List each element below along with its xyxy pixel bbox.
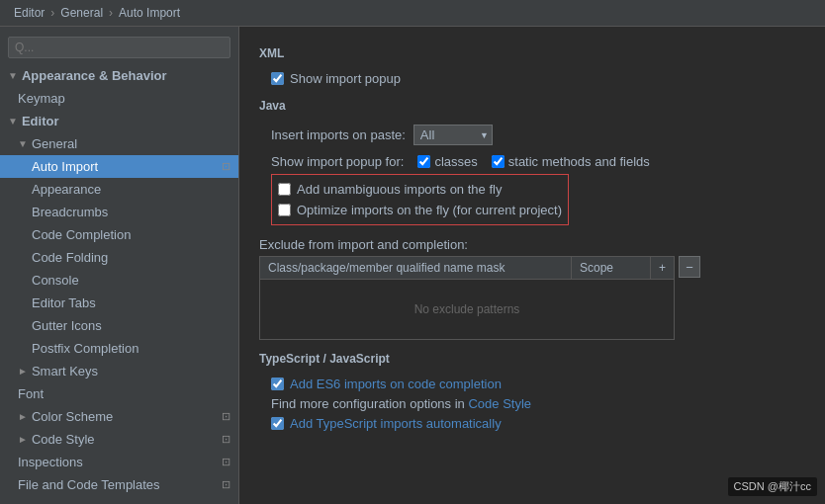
ts-add-es6-checkbox[interactable] xyxy=(271,378,284,390)
settings-icon: ⊡ xyxy=(222,433,230,446)
exclude-side-buttons: − xyxy=(679,256,700,278)
sidebar-item-console[interactable]: Console xyxy=(0,269,238,292)
insert-imports-label: Insert imports on paste: xyxy=(271,127,406,142)
sidebar-search-container xyxy=(0,31,238,64)
add-unambiguous-checkbox[interactable] xyxy=(278,183,291,196)
sidebar-label: Breadcrumbs xyxy=(32,205,108,219)
sidebar-label: General xyxy=(32,136,77,151)
arrow-icon: ► xyxy=(18,366,28,377)
find-more-text: Find more configuration options in xyxy=(271,396,468,411)
xml-show-popup-row: Show import popup xyxy=(259,68,805,89)
sidebar-label: Code Folding xyxy=(32,250,108,265)
xml-show-import-popup-label[interactable]: Show import popup xyxy=(290,71,401,86)
ts-add-es6-label[interactable]: Add ES6 imports on code completion xyxy=(290,377,502,391)
sidebar-label: Auto Import xyxy=(32,159,98,174)
code-style-link[interactable]: Code Style xyxy=(468,396,531,411)
sidebar-item-gutter-icons[interactable]: Gutter Icons xyxy=(0,314,238,337)
show-popup-label: Show import popup for: xyxy=(271,154,404,169)
arrow-icon: ► xyxy=(18,434,28,445)
sidebar-item-code-style[interactable]: ► Code Style ⊡ xyxy=(0,428,238,451)
settings-icon: ⊡ xyxy=(222,160,230,173)
sidebar-label: Console xyxy=(32,273,79,288)
sidebar-label: File and Code Templates xyxy=(18,477,160,492)
sidebar-item-editor-tabs[interactable]: Editor Tabs xyxy=(0,292,238,314)
sidebar-label: Editor xyxy=(22,114,59,128)
red-border-box: Add unambiguous imports on the fly Optim… xyxy=(271,174,569,225)
add-pattern-button[interactable]: − xyxy=(679,256,700,278)
exclude-label: Exclude from import and completion: xyxy=(259,237,805,252)
arrow-icon: ▼ xyxy=(8,116,18,126)
show-popup-for-row: Show import popup for: classes static me… xyxy=(259,151,805,172)
main-content: XML Show import popup Java Insert import… xyxy=(239,27,825,504)
exclude-table: Class/package/member qualified name mask… xyxy=(259,256,675,340)
sidebar: ▼ Appearance & Behavior Keymap ▼ Editor … xyxy=(0,27,239,504)
exclude-table-header: Class/package/member qualified name mask… xyxy=(260,257,674,280)
sidebar-label: Code Style xyxy=(32,432,95,447)
sidebar-label: Font xyxy=(18,386,44,401)
insert-imports-row: Insert imports on paste: All Ask None xyxy=(259,121,805,149)
sidebar-item-keymap[interactable]: Keymap xyxy=(0,87,238,110)
sidebar-item-breadcrumbs[interactable]: Breadcrumbs xyxy=(0,201,238,223)
sidebar-label: Code Completion xyxy=(32,227,131,242)
classes-label: classes xyxy=(434,154,477,169)
arrow-icon: ▼ xyxy=(8,70,18,81)
sidebar-item-file-code-templates[interactable]: File and Code Templates ⊡ xyxy=(0,473,238,496)
sidebar-item-appearance-behavior[interactable]: ▼ Appearance & Behavior xyxy=(0,64,238,87)
exclude-col-name-header: Class/package/member qualified name mask xyxy=(260,257,571,279)
sidebar-label: Smart Keys xyxy=(32,364,98,378)
sidebar-label: Gutter Icons xyxy=(32,318,102,333)
optimize-imports-checkbox[interactable] xyxy=(278,204,291,216)
breadcrumb-bar: Editor › General › Auto Import xyxy=(0,0,825,27)
sidebar-label: Appearance xyxy=(32,182,101,197)
breadcrumb-part3: Auto Import xyxy=(119,6,180,20)
exclude-col-scope-header: Scope xyxy=(571,257,650,279)
sidebar-item-font[interactable]: Font xyxy=(0,382,238,405)
add-unambiguous-row: Add unambiguous imports on the fly xyxy=(278,179,562,200)
settings-icon: ⊡ xyxy=(222,456,230,468)
sidebar-label: Inspections xyxy=(18,455,83,469)
classes-checkbox-label[interactable]: classes xyxy=(417,154,477,169)
sidebar-item-code-folding[interactable]: Code Folding xyxy=(0,246,238,269)
sidebar-label: Editor Tabs xyxy=(32,295,96,310)
ts-section: TypeScript / JavaScript Add ES6 imports … xyxy=(259,352,805,434)
sidebar-item-auto-import[interactable]: Auto Import ⊡ xyxy=(0,155,238,178)
breadcrumb-sep2: › xyxy=(109,6,113,20)
sidebar-label: Keymap xyxy=(18,91,65,106)
add-exclude-button[interactable]: + xyxy=(650,257,674,279)
sidebar-item-code-completion[interactable]: Code Completion xyxy=(0,223,238,246)
sidebar-item-postfix-completion[interactable]: Postfix Completion xyxy=(0,337,238,360)
sidebar-item-color-scheme[interactable]: ► Color Scheme ⊡ xyxy=(0,405,238,428)
sidebar-label: Postfix Completion xyxy=(32,341,138,356)
optimize-imports-row: Optimize imports on the fly (for current… xyxy=(278,200,562,220)
xml-section-label: XML xyxy=(259,46,805,60)
sidebar-item-inspections[interactable]: Inspections ⊡ xyxy=(0,451,238,473)
breadcrumb-sep1: › xyxy=(50,6,54,20)
breadcrumb-part2: General xyxy=(60,6,103,20)
sidebar-item-general[interactable]: ▼ General xyxy=(0,132,238,155)
sidebar-item-editor[interactable]: ▼ Editor xyxy=(0,110,238,132)
settings-icon: ⊡ xyxy=(222,410,230,423)
static-methods-checkbox-label[interactable]: static methods and fields xyxy=(492,154,650,169)
exclude-table-body: No exclude patterns xyxy=(260,280,674,339)
ts-add-ts-checkbox[interactable] xyxy=(271,417,284,430)
sidebar-item-appearance[interactable]: Appearance xyxy=(0,178,238,201)
no-patterns-label: No exclude patterns xyxy=(414,302,520,316)
breadcrumb-part1: Editor xyxy=(14,6,45,20)
ts-add-ts-label[interactable]: Add TypeScript imports automatically xyxy=(290,416,502,431)
arrow-icon: ▼ xyxy=(18,138,28,149)
xml-show-import-popup-checkbox[interactable] xyxy=(271,72,284,85)
search-input[interactable] xyxy=(8,37,230,58)
java-section-label: Java xyxy=(259,99,805,113)
static-methods-checkbox[interactable] xyxy=(492,155,504,168)
settings-icon: ⊡ xyxy=(222,478,230,491)
insert-imports-select-wrapper: All Ask None xyxy=(413,125,493,145)
classes-checkbox[interactable] xyxy=(417,155,430,168)
optimize-imports-label[interactable]: Optimize imports on the fly (for current… xyxy=(297,203,562,217)
static-methods-label: static methods and fields xyxy=(508,154,650,169)
sidebar-item-smart-keys[interactable]: ► Smart Keys xyxy=(0,360,238,382)
arrow-icon: ► xyxy=(18,411,28,422)
ts-add-ts-row: Add TypeScript imports automatically xyxy=(259,413,805,434)
exclude-section: Exclude from import and completion: Clas… xyxy=(259,237,805,340)
add-unambiguous-label[interactable]: Add unambiguous imports on the fly xyxy=(297,182,502,197)
insert-imports-select[interactable]: All Ask None xyxy=(413,125,493,145)
